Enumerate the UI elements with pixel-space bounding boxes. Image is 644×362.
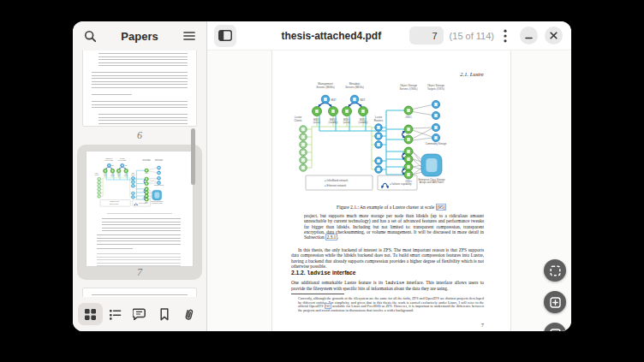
text-lines-placeholder (98, 53, 188, 68)
diagram-node-blue (432, 100, 439, 108)
diagram-edge (413, 151, 422, 160)
text-lines-placeholder (97, 248, 133, 252)
diagram-node-blue (375, 141, 383, 149)
attachments-view-button[interactable] (176, 303, 201, 325)
citation-link[interactable]: [95] (436, 204, 446, 211)
sidebar-header: Papers (73, 21, 207, 50)
text-lines-placeholder (98, 114, 188, 126)
diagram-label: Servers (MDSs) (118, 159, 127, 161)
diagram-label: Arrays and SAN Fabric (152, 202, 163, 204)
zoom-in-icon (550, 297, 561, 308)
zoom-out-icon (550, 329, 561, 332)
thumbnail-page-7: ManagementServers (MGSs)MetadataServers … (86, 151, 194, 267)
diagram-label: Enterprise-Class Storage (151, 200, 163, 202)
zoom-fit-button[interactable] (544, 259, 566, 282)
minimize-button[interactable] (520, 27, 538, 45)
diagram-node-client (300, 149, 307, 157)
diagram-node-server (404, 135, 413, 144)
diagram-node-blue (321, 95, 330, 104)
more-options-button[interactable] (498, 26, 513, 46)
thumbnails-sidebar: 6 ManagementServers (MGSs)MetadataServer… (73, 50, 207, 331)
pdf-page-7: 2.1. Lustre ManagementServers (MGSs)Meta… (271, 50, 511, 331)
bookmarks-view-button[interactable] (152, 303, 176, 325)
diagram-node-server (404, 147, 413, 156)
diagram-node-blue (432, 111, 439, 119)
diagram-label: Servers (MGSs) (105, 159, 114, 161)
diagram-label: Clients (294, 119, 302, 122)
diagram-edge (413, 112, 432, 116)
diagram-node-blue (375, 166, 383, 174)
diagram-node-server (124, 169, 128, 173)
annotations-view-button[interactable] (128, 303, 152, 325)
failover-arrow (402, 132, 405, 138)
footnote: Currently, although the grounds of the f… (298, 297, 484, 313)
diagram-label: Object Storage (155, 158, 163, 160)
diagram-label: MDS 1 (117, 174, 121, 175)
diagram-node-client (98, 181, 101, 184)
thumbnail-page-6[interactable] (82, 50, 197, 127)
comment-bubble-icon (133, 308, 146, 320)
diagram-node-server (404, 170, 413, 179)
diagram-node-server (404, 125, 413, 134)
diagram-node-client (98, 194, 101, 198)
diagram-node-blue (157, 176, 160, 180)
diagram-node-server (329, 107, 338, 116)
diagram-label: MDS 2 (124, 174, 128, 175)
diagram-label: Servers (MDSs) (345, 86, 363, 89)
diagram-label: (standby) (329, 121, 338, 124)
diagram-label: Routers (374, 119, 384, 122)
diagram-node-blue (131, 184, 134, 187)
lustre-cluster-figure: ManagementServers (MGSs)MetadataServers … (288, 80, 498, 201)
zoom-controls (544, 259, 566, 331)
text-lines-placeholder (107, 213, 173, 216)
diagram-node-blue (157, 166, 160, 169)
diagram-label: = failover capability (390, 182, 412, 186)
document-viewer[interactable]: 2.1. Lustre ManagementServers (MGSs)Meta… (207, 50, 571, 331)
search-button[interactable] (80, 26, 100, 46)
diagram-node-client (300, 141, 307, 149)
zoom-in-button[interactable] (544, 291, 566, 313)
diagram-node-blue (157, 171, 160, 175)
diagram-node-server (145, 191, 149, 195)
diagram-node-server (145, 177, 149, 181)
sidebar-toolbar (73, 297, 206, 331)
diagram-node-server (404, 155, 413, 163)
diagram-node-client (300, 157, 307, 164)
diagram-label: = InfiniBand network (325, 179, 349, 182)
diagram-label: Commodity Storage (426, 142, 447, 145)
kebab-menu-icon (504, 29, 507, 43)
sidebar-scrollbar[interactable] (191, 128, 195, 185)
diagram-edge (148, 183, 157, 184)
thumbnail-figure: ManagementServers (MGSs)MetadataServers … (92, 157, 187, 211)
thumbnails-view-button[interactable] (78, 303, 103, 325)
diagram-edge (148, 189, 152, 193)
diagram-label: OSS n (145, 202, 148, 203)
diagram-node-client (98, 191, 101, 194)
zoom-out-button[interactable] (544, 323, 566, 331)
close-button[interactable] (545, 27, 563, 45)
diagram-node-server (359, 107, 368, 116)
diagram-edge (148, 179, 157, 183)
close-icon (550, 32, 558, 39)
diagram-node-client (300, 126, 307, 134)
diagram-label: OSS 1 (145, 173, 148, 174)
document-title: thesis-attached4.pdf (236, 30, 409, 42)
diagram-edge (148, 171, 157, 173)
fit-page-icon (550, 265, 561, 276)
text-lines-placeholder (102, 218, 181, 233)
diagram-node-server (404, 106, 413, 115)
subsection-link[interactable]: 2.3.1 (325, 234, 337, 240)
page-number-input[interactable] (409, 27, 444, 45)
minimize-icon (525, 32, 533, 39)
diagram-node-server (110, 169, 115, 173)
app-title: Papers (100, 30, 179, 43)
hamburger-icon (183, 31, 195, 41)
thumbnail-label-7: 7 (77, 266, 202, 279)
diagram-label: MGS 1 (104, 174, 107, 175)
main-menu-button[interactable] (179, 26, 200, 46)
thumbnail-page-7-selected[interactable]: ManagementServers (MGSs)MetadataServers … (77, 145, 202, 280)
diagram-edge (148, 168, 157, 169)
outline-view-button[interactable] (103, 303, 128, 325)
sidebar-toggle-button[interactable] (214, 25, 236, 47)
text-lines-placeholder (97, 234, 181, 246)
